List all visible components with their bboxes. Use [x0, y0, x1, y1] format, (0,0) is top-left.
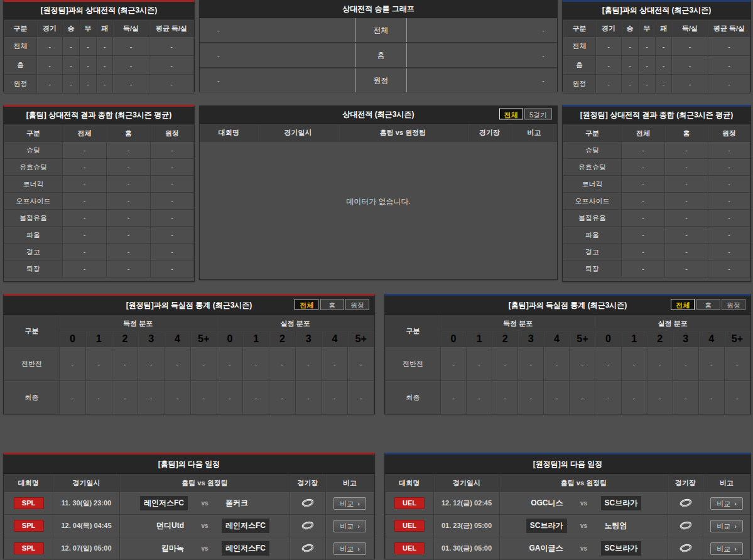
h2h-away-table: 구분경기승무패득/실평균 득/실 전체------ 홈------ 원정----…	[4, 19, 194, 94]
stat-value: -	[243, 347, 269, 381]
row-label: 볼점유율	[4, 210, 63, 227]
stat-value: -	[467, 381, 492, 415]
stat-value: -	[138, 381, 165, 415]
panel-away-schedule: [원정팀]의 다음 일정 대회명경기일시홈팀 vs 원정팀경기장비고 UEL 1…	[384, 453, 751, 559]
match-datetime: 01. 23(금) 05:00	[434, 515, 500, 537]
panel-title: [원정팀]의 다음 일정	[385, 455, 750, 474]
stat-value: -	[151, 142, 194, 159]
stat-value: -	[708, 261, 750, 277]
tab-group: 전체 홈 원정	[295, 296, 369, 315]
compare-button[interactable]: 비교›	[710, 520, 743, 532]
row-label: 최종	[4, 381, 60, 415]
stadium-icon[interactable]	[678, 543, 693, 553]
chevron-right-icon: ›	[357, 500, 360, 507]
stat-value: -	[665, 159, 708, 176]
stat-value: -	[544, 347, 570, 381]
stadium-icon[interactable]	[300, 520, 315, 530]
stat-value: -	[190, 381, 217, 415]
stat-value: -	[165, 381, 191, 415]
stadium-icon[interactable]	[300, 498, 315, 508]
panel-title: [원정팀]과의 상대전적 (최근3시즌)	[4, 2, 194, 19]
compare-button[interactable]: 비교›	[710, 497, 743, 510]
column-header: 승	[622, 20, 639, 37]
row-label: 슈팅	[4, 142, 63, 159]
column-header: 구분	[4, 125, 63, 142]
tab-away[interactable]: 원정	[345, 299, 369, 310]
bin-header: 3	[295, 331, 322, 347]
column-header: 무	[639, 20, 656, 37]
stadium-icon[interactable]	[300, 543, 315, 553]
stat-value: -	[107, 159, 151, 176]
stadium-icon[interactable]	[678, 498, 693, 508]
stat-value: -	[656, 75, 672, 94]
tab-all[interactable]: 전체	[671, 299, 695, 310]
stat-value: -	[708, 142, 750, 159]
compare-button[interactable]: 비교›	[333, 520, 366, 532]
stat-value: -	[151, 244, 194, 261]
stat-value: -	[622, 210, 665, 227]
stat-value: -	[656, 37, 672, 56]
stat-value: -	[63, 227, 107, 244]
column-header: 경기	[596, 20, 622, 37]
row-label: 유효슈팅	[4, 159, 63, 176]
row-label: 원정	[4, 75, 37, 94]
stat-value: -	[107, 142, 151, 159]
stat-value: -	[80, 75, 97, 94]
away-schedule-table: 대회명경기일시홈팀 vs 원정팀경기장비고 UEL 12. 12(금) 02:4…	[385, 474, 750, 560]
stat-value: -	[698, 381, 724, 415]
row-label: 전반전	[4, 347, 60, 381]
stat-value: -	[708, 244, 750, 261]
home-team-name: 킬마녹	[158, 541, 188, 556]
tab-home[interactable]: 홈	[320, 299, 344, 310]
stat-value: -	[441, 381, 467, 415]
tab-away[interactable]: 원정	[722, 299, 745, 310]
stat-value: -	[724, 347, 750, 381]
panel-away-h2h-record: [원정팀]과의 상대전적 (최근3시즌) 구분경기승무패득/실평균 득/실 전체…	[3, 0, 195, 92]
stat-value: -	[708, 193, 750, 210]
away-summary-table: 구분전체홈원정 슈팅--- 유효슈팅--- 코너킥--- 오프사이드--- 볼점…	[563, 124, 750, 277]
stat-value: -	[622, 56, 639, 75]
row-label: 파울	[4, 227, 63, 244]
column-header: 구분	[563, 20, 596, 37]
league-badge: UEL	[394, 542, 425, 554]
away-team-name: 레인저스FC	[222, 541, 269, 556]
stat-value: -	[518, 381, 544, 415]
row-label: 최종	[386, 381, 441, 415]
home-summary-table: 구분전체홈원정 슈팅--- 유효슈팅--- 코너킥--- 오프사이드--- 볼점…	[4, 124, 194, 277]
stat-value: -	[665, 227, 708, 244]
vs-label: vs	[194, 500, 215, 507]
stat-value: -	[622, 159, 665, 176]
h2h-list-table: 대회명경기일시홈팀 vs 원정팀경기장비고	[200, 124, 557, 142]
bin-header: 4	[322, 331, 348, 347]
tab-all[interactable]: 전체	[295, 299, 318, 310]
column-header: 경기일시	[53, 475, 120, 492]
stat-value: -	[295, 347, 322, 381]
column-header: 경기장	[468, 124, 512, 142]
stat-value: -	[348, 347, 374, 381]
away-goal-stats-table: 구분 득점 분포 실점 분포 012345+012345+ 전반전-------…	[4, 315, 374, 415]
tab-all[interactable]: 전체	[499, 108, 523, 119]
compare-button[interactable]: 비교›	[333, 497, 366, 510]
away-team-name: 레인저스FC	[222, 519, 269, 533]
schedule-row: SPL 12. 07(일) 05:00 킬마녹 vs 레인저스FC 비교›	[4, 537, 374, 560]
schedule-row: UEL 01. 30(금) 05:00 GA이글스 vs SC브라가 비교›	[386, 537, 750, 560]
column-header: 홈팀 vs 원정팀	[120, 475, 290, 492]
tab-home[interactable]: 홈	[696, 299, 720, 310]
stadium-icon[interactable]	[678, 520, 693, 530]
column-header: 비고	[703, 475, 750, 492]
stat-value: -	[622, 193, 665, 210]
stat-value: -	[63, 56, 80, 75]
conceded-group-header: 실점 분포	[595, 316, 750, 331]
panel-winrate-graph: 상대전적 승률 그래프 - 전체 - - 홈 - - 원정 -	[199, 0, 558, 92]
compare-button[interactable]: 비교›	[333, 542, 366, 555]
stat-value: -	[37, 75, 63, 94]
compare-button[interactable]: 비교›	[710, 542, 743, 555]
match-datetime: 12. 07(일) 05:00	[53, 537, 120, 560]
stat-value: -	[63, 210, 107, 227]
tab-5games[interactable]: 5경기	[524, 108, 552, 119]
stat-value: -	[243, 381, 269, 415]
panel-title: 상대전적 승률 그래프	[200, 1, 557, 18]
column-header: 경기장	[668, 475, 703, 492]
stat-value: -	[217, 347, 243, 381]
away-winrate-value: -	[407, 68, 558, 92]
